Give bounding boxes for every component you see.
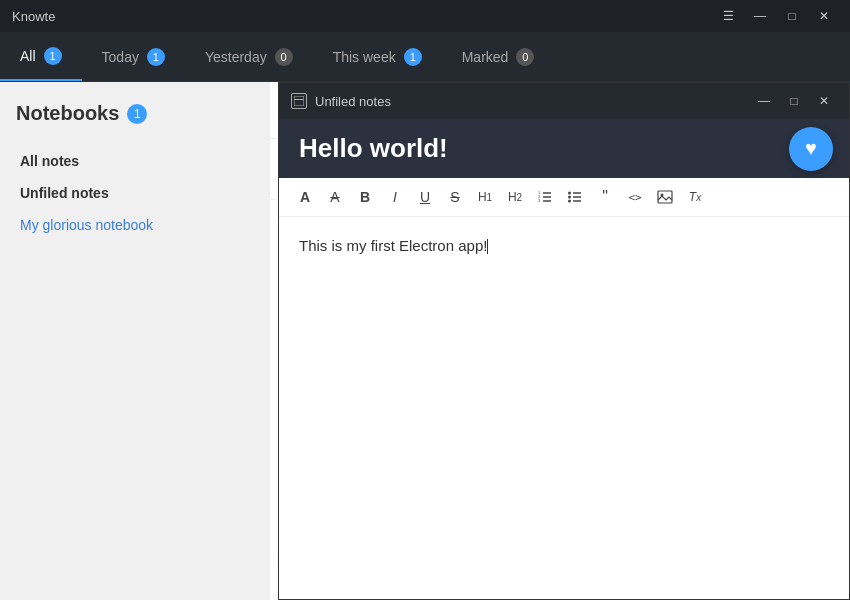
toolbar-underline[interactable]: U xyxy=(411,184,439,210)
hamburger-button[interactable]: ☰ xyxy=(714,6,742,26)
sidebar-notebooks-badge: 1 xyxy=(127,104,147,124)
editor-heart-button[interactable]: ♥ xyxy=(789,127,833,171)
tab-marked[interactable]: Marked 0 xyxy=(442,32,555,81)
toolbar-ordered-list[interactable]: 1.2.3. xyxy=(531,184,559,210)
app-title: Knowte xyxy=(12,9,55,24)
title-bar: Knowte ☰ — □ ✕ xyxy=(0,0,850,32)
tab-all[interactable]: All 1 xyxy=(0,32,82,81)
editor-content-text: This is my first Electron app! xyxy=(299,237,487,254)
svg-rect-14 xyxy=(658,191,672,203)
toolbar-h1[interactable]: H1 xyxy=(471,184,499,210)
tab-all-badge: 1 xyxy=(44,47,62,65)
tab-this-week-label: This week xyxy=(333,49,396,65)
close-button[interactable]: ✕ xyxy=(810,6,838,26)
editor-content[interactable]: This is my first Electron app! xyxy=(279,217,849,599)
tab-yesterday-badge: 0 xyxy=(275,48,293,66)
editor-titlebar-left: Unfiled notes xyxy=(291,93,391,109)
svg-point-11 xyxy=(568,192,571,195)
toolbar-clear-format[interactable]: Tx xyxy=(681,184,709,210)
tab-this-week[interactable]: This week 1 xyxy=(313,32,442,81)
tab-marked-badge: 0 xyxy=(516,48,534,66)
toolbar-italic[interactable]: I xyxy=(381,184,409,210)
sidebar-title: Notebooks xyxy=(16,102,119,125)
toolbar-font-color[interactable]: A xyxy=(291,184,319,210)
svg-rect-0 xyxy=(294,96,304,106)
editor-note-title-bar: Hello world! ♥ xyxy=(279,119,849,178)
editor-titlebar: Unfiled notes — □ ✕ xyxy=(279,83,849,119)
editor-titlebar-title: Unfiled notes xyxy=(315,94,391,109)
toolbar-unordered-list[interactable] xyxy=(561,184,589,210)
title-bar-controls: ☰ — □ ✕ xyxy=(714,6,838,26)
editor-titlebar-controls: — □ ✕ xyxy=(751,91,837,111)
toolbar-blockquote[interactable]: " xyxy=(591,184,619,210)
cursor xyxy=(487,239,488,254)
sidebar-item-all-notes-label: All notes xyxy=(20,153,79,169)
tab-yesterday-label: Yesterday xyxy=(205,49,267,65)
maximize-button[interactable]: □ xyxy=(778,6,806,26)
tab-today-label: Today xyxy=(102,49,139,65)
svg-point-13 xyxy=(568,200,571,203)
toolbar-font-highlight[interactable]: A xyxy=(321,184,349,210)
sidebar-item-unfiled-notes[interactable]: Unfiled notes xyxy=(16,177,254,209)
sidebar-header: Notebooks 1 xyxy=(16,102,254,125)
editor-maximize-button[interactable]: □ xyxy=(781,91,807,111)
sidebar-item-unfiled-notes-label: Unfiled notes xyxy=(20,185,109,201)
toolbar-image[interactable] xyxy=(651,184,679,210)
tab-bar: All 1 Today 1 Yesterday 0 This week 1 Ma… xyxy=(0,32,850,82)
editor-modal: Unfiled notes — □ ✕ Hello world! ♥ A A B… xyxy=(278,82,850,600)
tab-marked-label: Marked xyxy=(462,49,509,65)
tab-this-week-badge: 1 xyxy=(404,48,422,66)
editor-close-button[interactable]: ✕ xyxy=(811,91,837,111)
sidebar-item-my-glorious-notebook-label: My glorious notebook xyxy=(20,217,153,233)
editor-window-icon xyxy=(291,93,307,109)
minimize-button[interactable]: — xyxy=(746,6,774,26)
tab-today[interactable]: Today 1 xyxy=(82,32,185,81)
tab-today-badge: 1 xyxy=(147,48,165,66)
toolbar-bold[interactable]: B xyxy=(351,184,379,210)
toolbar-h2[interactable]: H2 xyxy=(501,184,529,210)
sidebar-item-all-notes[interactable]: All notes xyxy=(16,145,254,177)
tab-all-label: All xyxy=(20,48,36,64)
editor-heart-icon: ♥ xyxy=(805,137,817,160)
svg-text:3.: 3. xyxy=(538,198,541,203)
toolbar-code[interactable]: <> xyxy=(621,184,649,210)
tab-yesterday[interactable]: Yesterday 0 xyxy=(185,32,313,81)
editor-note-title: Hello world! xyxy=(299,133,448,163)
toolbar-strikethrough[interactable]: S xyxy=(441,184,469,210)
editor-minimize-button[interactable]: — xyxy=(751,91,777,111)
svg-rect-1 xyxy=(294,99,304,100)
sidebar-item-my-glorious-notebook[interactable]: My glorious notebook xyxy=(16,209,254,241)
editor-toolbar: A A B I U S H1 H2 1.2.3. " <> Tx xyxy=(279,178,849,217)
svg-point-12 xyxy=(568,196,571,199)
sidebar: Notebooks 1 All notes Unfiled notes My g… xyxy=(0,82,270,600)
